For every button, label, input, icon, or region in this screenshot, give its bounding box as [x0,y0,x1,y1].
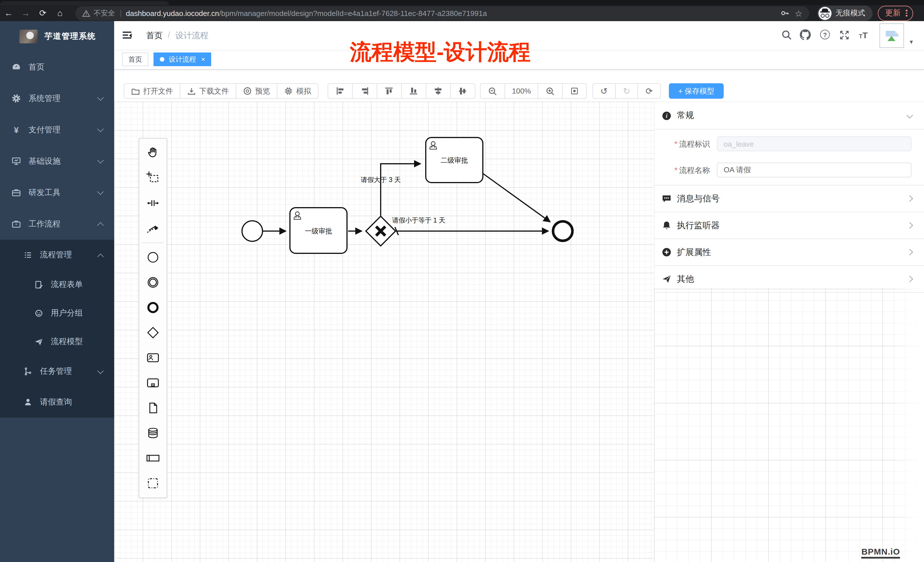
tag-design-process[interactable]: 设计流程 × [154,52,212,66]
section-other[interactable]: 其他 [655,266,924,293]
zoom-button-group: 100% [480,83,587,99]
end-event[interactable] [553,221,572,241]
dashboard-icon [11,62,21,72]
align-bottom-icon[interactable] [402,84,426,98]
flow-gateway-to-task2[interactable] [381,164,421,216]
sidebar-item-devtools[interactable]: 研发工具 [0,177,114,208]
bell-icon [662,221,671,230]
sidebar-menu: 首页 系统管理 ¥ 支付管理 [0,51,114,418]
section-execution-listener[interactable]: 执行监听器 [655,212,924,239]
align-center-vertical-icon[interactable] [426,84,451,98]
bookmark-star-icon[interactable]: ☆ [795,9,802,17]
simulate-button[interactable]: 模拟 [278,84,318,98]
broken-image-icon [885,30,898,41]
chevron-right-icon [907,249,913,256]
restart-icon[interactable]: ⟳ [638,84,660,98]
undo-icon[interactable]: ↺ [593,84,615,98]
align-left-icon[interactable] [328,84,353,98]
breadcrumb-home[interactable]: 首页 [146,30,163,41]
breadcrumb-current: 设计流程 [175,30,208,41]
sidebar-item-task-manage[interactable]: 任务管理 [0,356,114,387]
font-size-icon[interactable]: TT [859,30,868,40]
align-right-icon[interactable] [353,84,377,98]
search-icon[interactable] [782,30,792,40]
plus-circle-icon [662,247,671,257]
key-icon[interactable] [780,9,789,18]
yen-icon: ¥ [11,125,21,135]
chevron-down-icon [907,112,913,119]
toolbox-icon [11,188,21,198]
browser-chrome: ← → ⟳ ⌂ 不安全 dashboard.yudao.iocoder.cn/b… [0,0,924,21]
close-tab-icon[interactable]: × [201,56,205,63]
bpmn-diagram[interactable]: 一级审批 二级审批 请假大于 3 天 请假小于等于 1 天 [114,102,654,562]
url-path: /bpm/manager/model/design?modelId=e4a1a1… [219,9,487,17]
help-icon[interactable]: ? [820,30,830,39]
forward-icon[interactable]: → [17,5,34,21]
zoom-out-icon[interactable] [480,84,505,98]
sidebar-item-user-group[interactable]: 用户分组 [0,299,114,328]
section-general[interactable]: i 常规 [655,102,924,129]
avatar[interactable] [879,23,904,48]
process-name-label: *流程名称 [655,165,710,176]
sidebar-item-label: 系统管理 [28,93,60,103]
collapse-sidebar-icon[interactable] [123,31,132,39]
sidebar-item-process-form[interactable]: 流程表单 [0,270,114,299]
chevron-down-icon [97,189,104,195]
sidebar-item-label: 流程表单 [51,280,83,290]
flow-task2-to-end[interactable] [483,174,550,222]
bpmn-io-watermark[interactable]: BPMN.iO [861,547,900,559]
github-icon[interactable] [800,29,811,40]
url-bar[interactable]: 不安全 dashboard.yudao.iocoder.cn/bpm/manag… [75,6,809,20]
open-file-button[interactable]: 打开文件 [124,84,180,98]
screenshot-root: ← → ⟳ ⌂ 不安全 dashboard.yudao.iocoder.cn/b… [0,0,924,562]
save-model-button[interactable]: + 保存模型 [669,83,724,99]
reload-icon[interactable]: ⟳ [34,5,51,21]
download-file-button[interactable]: 下载文件 [180,84,236,98]
sidebar-item-process-model[interactable]: 流程模型 [0,328,114,356]
redo-icon[interactable]: ↻ [615,84,638,98]
app-logo[interactable]: 芋道管理系统 [0,21,114,51]
align-center-horizontal-icon[interactable] [451,84,475,98]
condition-le1-label: 请假小于等于 1 天 [392,217,446,224]
section-extension-attrs[interactable]: 扩展属性 [655,239,924,266]
sidebar-item-leave-query[interactable]: 请假查询 [0,387,114,418]
fullscreen-icon[interactable] [839,30,850,40]
reset-zoom-icon[interactable] [563,84,586,98]
align-top-icon[interactable] [377,84,402,98]
general-form: *流程标识 *流程名称 [655,129,924,186]
bpmn-canvas[interactable]: 一级审批 二级审批 请假大于 3 天 请假小于等于 1 天 i 常规 [114,102,924,562]
home-icon[interactable]: ⌂ [51,5,69,21]
browser-toolbar: ← → ⟳ ⌂ 不安全 dashboard.yudao.iocoder.cn/b… [0,5,924,21]
update-button[interactable]: 更新 [878,5,913,21]
browser-menu-icon[interactable] [906,10,907,16]
back-icon[interactable]: ← [0,5,17,21]
sidebar-item-home[interactable]: 首页 [0,51,114,83]
sidebar-item-label: 流程模型 [51,337,83,347]
sidebar-item-workflow[interactable]: 工作流程 [0,208,114,240]
start-event[interactable] [242,221,262,241]
sidebar-item-label: 支付管理 [28,125,60,135]
briefcase-icon [11,219,21,229]
avatar-caret-icon[interactable]: ▾ [910,38,913,46]
task-second-label: 二级审批 [441,156,468,164]
active-dot [160,57,165,61]
chevron-right-icon [907,276,913,282]
person-icon [23,398,33,407]
sidebar-item-system[interactable]: 系统管理 [0,83,114,114]
section-message-signal[interactable]: 消息与信号 [655,186,924,212]
sidebar-item-label: 研发工具 [28,187,60,198]
breadcrumb: 首页 / 设计流程 [146,30,208,41]
robot-face-icon [34,309,44,318]
preview-button[interactable]: 预览 [236,84,278,98]
sidebar-item-infra[interactable]: 基础设施 [0,145,114,177]
sidebar-item-process-manage[interactable]: 流程管理 [0,240,114,270]
browser-tab[interactable] [0,1,169,5]
zoom-in-icon[interactable] [538,84,563,98]
process-name-input[interactable] [717,163,912,177]
sidebar-item-label: 基础设施 [28,156,60,166]
url-host: dashboard.yudao.iocoder.cn [126,9,219,17]
tag-home[interactable]: 首页 [122,52,148,66]
process-key-input[interactable] [717,136,912,151]
sidebar-item-payment[interactable]: ¥ 支付管理 [0,114,114,145]
url-divider [120,9,121,17]
